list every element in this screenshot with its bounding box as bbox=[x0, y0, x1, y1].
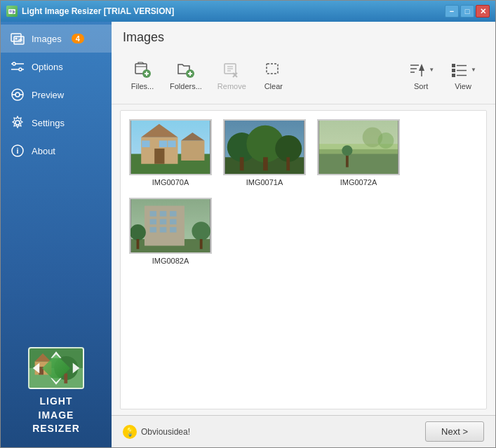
svg-rect-89 bbox=[160, 219, 167, 225]
svg-rect-72 bbox=[263, 157, 268, 170]
list-item[interactable]: IMG0070A bbox=[129, 119, 212, 186]
svg-marker-48 bbox=[419, 64, 424, 71]
sort-icon bbox=[408, 60, 427, 79]
svg-rect-91 bbox=[150, 227, 157, 233]
svg-point-7 bbox=[13, 62, 15, 65]
bottom-bar: 💡 Obviousidea! Next > bbox=[112, 415, 495, 447]
svg-rect-50 bbox=[452, 64, 455, 67]
minimize-button[interactable]: − bbox=[445, 5, 459, 18]
svg-rect-60 bbox=[154, 149, 164, 164]
preview-label: Preview bbox=[32, 90, 64, 100]
view-button[interactable]: ▼ View bbox=[442, 55, 484, 95]
preview-icon bbox=[11, 88, 25, 102]
svg-rect-52 bbox=[452, 74, 455, 77]
view-dropdown-arrow: ▼ bbox=[471, 67, 476, 73]
settings-icon bbox=[11, 116, 25, 130]
list-item[interactable]: IMG0071A bbox=[223, 119, 306, 186]
svg-rect-85 bbox=[150, 211, 157, 217]
next-button[interactable]: Next > bbox=[425, 421, 484, 442]
panel-header: Images bbox=[112, 22, 495, 104]
app-window: Light Image Resizer [TRIAL VERSION] − □ … bbox=[0, 0, 496, 448]
company-name: Obviousidea! bbox=[141, 427, 190, 437]
app-icon bbox=[6, 6, 18, 17]
list-item[interactable]: IMG0072A bbox=[317, 119, 400, 186]
remove-button[interactable]: Remove bbox=[210, 55, 254, 95]
about-icon: i bbox=[11, 144, 25, 158]
image-thumb-0082a bbox=[129, 198, 212, 254]
svg-rect-24 bbox=[39, 367, 43, 374]
window-title: Light Image Resizer [TRIAL VERSION] bbox=[22, 6, 445, 16]
images-icon bbox=[11, 32, 25, 46]
settings-label: Settings bbox=[32, 118, 65, 128]
options-icon bbox=[11, 60, 25, 74]
image-thumb-0070a bbox=[129, 119, 212, 175]
files-icon bbox=[133, 60, 152, 79]
logo-graphic bbox=[28, 347, 84, 389]
svg-point-79 bbox=[378, 133, 394, 149]
maximize-button[interactable]: □ bbox=[460, 5, 474, 18]
svg-rect-62 bbox=[159, 141, 167, 148]
files-label: Files... bbox=[131, 82, 154, 90]
sidebar-item-preview[interactable]: Preview bbox=[1, 81, 112, 109]
svg-point-14 bbox=[15, 93, 20, 97]
image-grid-area[interactable]: IMG0070A bbox=[120, 110, 487, 409]
images-label: Images bbox=[32, 34, 62, 44]
images-badge: 4 bbox=[72, 34, 84, 43]
list-item[interactable]: IMG0082A bbox=[129, 198, 212, 265]
svg-point-81 bbox=[342, 145, 352, 156]
sidebar-item-settings[interactable]: Settings bbox=[1, 109, 112, 137]
svg-rect-44 bbox=[267, 64, 278, 74]
view-icon bbox=[450, 60, 469, 79]
about-label: About bbox=[32, 146, 55, 156]
svg-rect-71 bbox=[240, 157, 244, 170]
svg-rect-96 bbox=[137, 239, 140, 249]
panel-title: Images bbox=[123, 30, 484, 45]
svg-rect-97 bbox=[200, 239, 203, 249]
svg-point-95 bbox=[192, 222, 210, 240]
main-content: Images 4 Options bbox=[1, 22, 495, 447]
svg-point-1 bbox=[9, 10, 12, 13]
svg-text:i: i bbox=[16, 147, 18, 155]
clear-icon bbox=[264, 60, 283, 79]
svg-point-94 bbox=[130, 224, 146, 240]
svg-point-5 bbox=[15, 38, 18, 40]
window-controls: − □ ✕ bbox=[445, 5, 490, 18]
svg-rect-86 bbox=[160, 211, 167, 217]
svg-rect-63 bbox=[168, 141, 175, 148]
folders-label: Folders... bbox=[170, 82, 202, 90]
sidebar-item-options[interactable]: Options bbox=[1, 53, 112, 81]
remove-icon bbox=[222, 60, 241, 79]
svg-rect-87 bbox=[170, 211, 177, 217]
sort-button[interactable]: ▼ Sort bbox=[400, 55, 442, 95]
image-name-0082a: IMG0082A bbox=[152, 257, 189, 265]
folders-icon bbox=[176, 60, 196, 79]
company-logo: 💡 Obviousidea! bbox=[123, 425, 190, 439]
svg-rect-75 bbox=[319, 151, 398, 174]
right-panel: Images bbox=[112, 22, 495, 447]
clear-label: Clear bbox=[264, 82, 283, 90]
svg-rect-51 bbox=[452, 69, 455, 72]
clear-button[interactable]: Clear bbox=[254, 55, 293, 95]
svg-rect-88 bbox=[150, 219, 157, 225]
image-thumb-0071a bbox=[223, 119, 306, 175]
files-button[interactable]: Files... bbox=[123, 55, 162, 95]
svg-rect-80 bbox=[346, 154, 349, 168]
svg-rect-92 bbox=[160, 227, 167, 233]
bulb-icon: 💡 bbox=[123, 425, 137, 439]
options-label: Options bbox=[32, 62, 63, 72]
sidebar-bottom: LIGHTIMAGERESIZER bbox=[1, 336, 112, 447]
sort-dropdown-arrow: ▼ bbox=[429, 67, 434, 73]
sidebar: Images 4 Options bbox=[1, 22, 112, 447]
sidebar-item-about[interactable]: i About bbox=[1, 137, 112, 165]
sidebar-item-images[interactable]: Images 4 bbox=[1, 25, 112, 53]
close-button[interactable]: ✕ bbox=[476, 5, 490, 18]
svg-rect-64 bbox=[181, 141, 204, 161]
image-name-0071a: IMG0071A bbox=[246, 178, 283, 186]
title-bar: Light Image Resizer [TRIAL VERSION] − □ … bbox=[1, 1, 495, 22]
toolbar: Files... Folders... bbox=[123, 52, 484, 98]
image-grid: IMG0070A bbox=[129, 119, 478, 265]
image-name-0070a: IMG0070A bbox=[152, 178, 189, 186]
folders-button[interactable]: Folders... bbox=[162, 55, 210, 95]
svg-point-10 bbox=[19, 68, 22, 71]
image-thumb-0072a bbox=[317, 119, 400, 175]
